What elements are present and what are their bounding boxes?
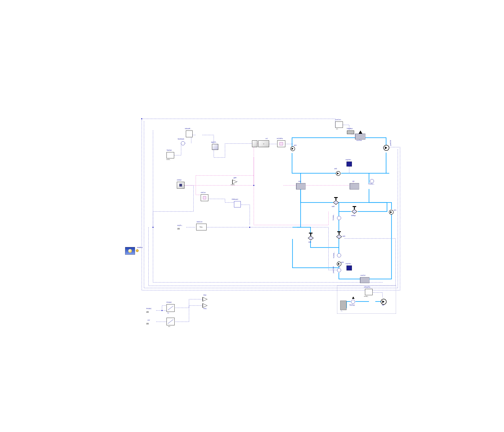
expansion-vessel-1[interactable]: [346, 162, 352, 166]
ah5-block[interactable]: [336, 171, 341, 176]
gain-k-label: k=20*6...: [231, 184, 235, 185]
pit-integrator-block[interactable]: [166, 318, 175, 325]
valbyp-label: valByp: [351, 215, 356, 216]
expansion-vessel-2[interactable]: [346, 266, 352, 270]
pac-output-port[interactable]: [202, 297, 207, 302]
weather-bus-connector[interactable]: [136, 249, 139, 252]
coocon-block[interactable]: [335, 122, 343, 128]
sigchi-label: sigCHI...: [211, 141, 217, 143]
coocon-k-label: k=1: [336, 128, 338, 130]
mfanflo-label: mFanFlo: [364, 286, 370, 288]
room-block[interactable]: [340, 301, 346, 310]
tcwle-sensor[interactable]: [370, 179, 374, 183]
ah1-block[interactable]: [389, 210, 394, 215]
wsecon-label: wseCon: [197, 221, 202, 223]
coocoi-block[interactable]: [360, 277, 369, 283]
expto-label: expTo...: [177, 225, 183, 226]
tcwle-label: TCWLe...: [368, 183, 375, 185]
phvac-port: 1000: [146, 311, 149, 312]
twetbul-label: TWetBul: [346, 128, 352, 129]
ah6-block[interactable]: [337, 262, 342, 266]
chiswi-inner: [179, 184, 182, 186]
cooling-tower-block[interactable]: [355, 134, 365, 140]
pumcw-label: pumCW: [390, 140, 391, 146]
expves2-label: expVes...: [346, 263, 352, 264]
val1-label: val1: [342, 235, 345, 237]
chi-block[interactable]: [350, 183, 359, 189]
mcwflo-inner: [279, 142, 283, 145]
gain-block[interactable]: [232, 180, 237, 184]
ah3-block[interactable]: [290, 146, 295, 151]
chicon-inner: [203, 196, 206, 199]
tchwl2-label: TCHWL...: [333, 251, 334, 258]
pit-port: 1000: [146, 323, 149, 324]
tchwl1-sensor[interactable]: [337, 216, 341, 220]
val1-valve[interactable]: [336, 234, 342, 239]
pdc-label: PDC: [203, 308, 207, 309]
weather-data-block[interactable]: [125, 247, 135, 255]
wse-block[interactable]: [296, 183, 306, 189]
tchwl2-sensor[interactable]: [337, 253, 341, 257]
pit-k-label: k=1: [168, 326, 170, 327]
tairsup-sensor[interactable]: [351, 300, 355, 304]
integrator-icon-2: [167, 319, 174, 324]
mcwflo-label: mCWFlo: [277, 138, 283, 139]
or1-label: or1: [266, 138, 268, 139]
pdc-output-port[interactable]: [202, 303, 207, 308]
phvac-blk-label: PHVAC: [166, 302, 172, 303]
val5-valve[interactable]: [333, 200, 339, 205]
tairset-block[interactable]: [166, 152, 174, 158]
twetbul-block[interactable]: [347, 130, 354, 134]
integrator-icon-1: [167, 305, 174, 311]
chiswi-label: chiSwi: [177, 179, 181, 181]
valbyp-valve[interactable]: [351, 209, 357, 214]
or1-text: or: [263, 143, 264, 144]
phvac-integrator-block[interactable]: [166, 304, 175, 312]
ah5-label: ah5: [334, 168, 337, 170]
feedback-node[interactable]: [181, 141, 185, 145]
kminusu-block[interactable]: [234, 201, 241, 207]
val3-valve[interactable]: [308, 236, 314, 240]
room-label: r...: [341, 310, 343, 312]
diagram-canvas: weaBus cooCon... k=1 TWetBul cooTow pumC…: [0, 0, 504, 432]
svg-point-4: [162, 310, 163, 311]
or1-aux-block[interactable]: [252, 140, 257, 147]
val3-label: val3: [308, 241, 311, 243]
pit-input-label: PIT: [148, 320, 150, 321]
cooling-tower-fan-icon: [359, 130, 362, 134]
chicon-block[interactable]: [201, 194, 208, 201]
svg-point-1: [153, 227, 154, 228]
mcwflo-block[interactable]: [277, 140, 285, 147]
ah3-label: ah3: [294, 144, 297, 146]
ah1-label: ah1: [394, 209, 396, 211]
tairset-k-label: k=273....: [166, 159, 171, 160]
fan-label: fan: [382, 304, 384, 306]
fan-block[interactable]: [381, 299, 387, 305]
triandr-block[interactable]: [186, 130, 193, 137]
ah6-label: ah6: [341, 261, 344, 263]
pumchw-label: pumCHW: [333, 266, 334, 273]
cootow-label: cooTow: [356, 140, 362, 141]
svg-point-0: [141, 118, 143, 119]
mfanflo-block[interactable]: [365, 289, 373, 295]
chiswi-block[interactable]: [177, 182, 184, 189]
pump-cw-block[interactable]: [383, 145, 389, 151]
tairset-label: TAirSet: [166, 149, 172, 151]
wsecon-inner-text: TWse...: [199, 226, 203, 228]
or1-block[interactable]: or: [258, 140, 269, 147]
pumchw-node[interactable]: [337, 268, 341, 272]
weabus-label: weaBus: [137, 247, 143, 248]
kminusu-label: KMinusU: [232, 198, 238, 200]
pac-label: PAC: [203, 294, 207, 296]
phvac-fan-label: fan: [167, 312, 169, 314]
triandr-label: triAndR...: [185, 128, 191, 129]
wsecon-block[interactable]: TWse...: [196, 224, 207, 230]
chicon-label: chiCon: [201, 192, 206, 193]
sigchi-block[interactable]: [212, 144, 218, 150]
gain-label: gain: [234, 177, 236, 179]
mfanflo-k-label: k=mAir_...: [364, 296, 369, 297]
tairsup-probe-icon: [352, 297, 354, 299]
expves1-label: expVes...: [346, 159, 352, 161]
coocon-label: cooCon...: [335, 119, 342, 120]
tairsup-label: TAirSup: [349, 304, 355, 306]
